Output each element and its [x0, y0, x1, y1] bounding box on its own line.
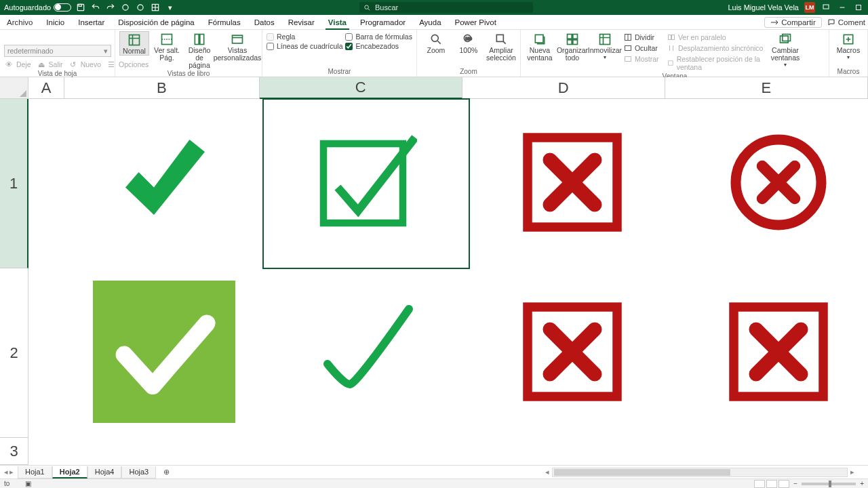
record-macro-icon[interactable]: ▣ — [25, 480, 31, 487]
column-header-C[interactable]: C — [260, 77, 462, 99]
svg-rect-18 — [567, 35, 572, 39]
select-all-corner[interactable] — [0, 77, 28, 99]
cell-E3[interactable] — [675, 438, 868, 465]
tab-fórmulas[interactable]: Fórmulas — [201, 16, 248, 29]
cell-A1[interactable] — [28, 99, 65, 268]
comments-button[interactable]: Coment — [827, 17, 865, 28]
spreadsheet-grid[interactable]: ABCDE 123 — [0, 77, 868, 465]
tab-programador[interactable]: Programador — [353, 16, 412, 29]
sheet-tab-hoja1[interactable]: Hoja1 — [18, 466, 52, 479]
row-header-3[interactable]: 3 — [0, 438, 28, 465]
hscroll-left-icon[interactable]: ◂ — [542, 468, 552, 476]
tab-insertar[interactable]: Insertar — [71, 16, 111, 29]
autosave-toggle[interactable]: Autoguardado — [4, 3, 71, 12]
cell-E2[interactable] — [675, 268, 868, 438]
tab-ayuda[interactable]: Ayuda — [412, 16, 448, 29]
tab-datos[interactable]: Datos — [248, 16, 281, 29]
x-box-fill-icon[interactable] — [521, 131, 623, 236]
x-box-fill-icon[interactable] — [521, 301, 623, 405]
view-page-break-button[interactable] — [778, 480, 789, 488]
freeze-panes-button[interactable]: Inmovilizar▾ — [590, 31, 620, 60]
ruler-checkbox[interactable]: Regla — [267, 33, 342, 41]
add-sheet-button[interactable]: ⊕ — [160, 466, 172, 479]
normal-view-button[interactable]: Normal — [119, 31, 149, 56]
sheet-tab-hoja4[interactable]: Hoja4 — [87, 466, 122, 479]
cell-B2[interactable] — [65, 268, 263, 438]
custom-views-button[interactable]: Vistas personalizadas — [217, 31, 258, 62]
switch-windows-button[interactable]: Cambiar ventanas▾ — [770, 31, 800, 68]
user-name[interactable]: Luis Miguel Vela Vela — [728, 3, 799, 12]
check-square-fill-icon[interactable] — [93, 281, 235, 426]
cell-D3[interactable] — [469, 438, 675, 465]
cell-E1[interactable] — [675, 99, 868, 268]
row-header-2[interactable]: 2 — [0, 268, 28, 438]
minimize-icon[interactable] — [837, 2, 848, 13]
formula-bar-checkbox[interactable]: Barra de fórmulas — [345, 33, 412, 41]
gridlines-checkbox[interactable]: Líneas de cuadrícula — [267, 42, 342, 50]
check-box-outline-icon[interactable] — [315, 131, 417, 236]
column-header-D[interactable]: D — [462, 77, 665, 99]
comment-icon — [827, 18, 835, 26]
zoom-button[interactable]: Zoom — [421, 31, 451, 54]
horizontal-scrollbar[interactable] — [552, 468, 848, 477]
ribbon-display-icon[interactable] — [821, 2, 831, 13]
arrange-all-button[interactable]: Organizar todo — [557, 31, 587, 62]
cell-D1[interactable] — [469, 99, 675, 268]
qat-dropdown-icon[interactable]: ▾ — [165, 2, 176, 13]
cell-A3[interactable] — [28, 438, 65, 465]
hscroll-right-icon[interactable]: ▸ — [848, 468, 857, 476]
sheet-nav-next-icon[interactable]: ▸ — [9, 468, 14, 476]
hide-icon — [624, 44, 632, 52]
check-bold-icon[interactable] — [113, 131, 215, 236]
hide-button[interactable]: Ocultar — [623, 43, 663, 53]
view-normal-button[interactable] — [754, 480, 765, 488]
zoom-out-button[interactable]: − — [793, 480, 797, 487]
cell-B3[interactable] — [65, 438, 263, 465]
save-icon[interactable] — [75, 2, 86, 13]
cell-B1[interactable] — [65, 99, 263, 268]
tab-inicio[interactable]: Inicio — [39, 16, 71, 29]
sheet-tab-hoja3[interactable]: Hoja3 — [121, 466, 156, 479]
x-circle-icon[interactable] — [728, 131, 829, 236]
redo-icon[interactable] — [105, 2, 116, 13]
headings-checkbox[interactable]: Encabezados — [345, 42, 412, 50]
column-header-B[interactable]: B — [64, 77, 259, 99]
check-thin-icon[interactable] — [315, 301, 417, 405]
search-input[interactable]: Buscar — [359, 2, 533, 13]
zoom-in-button[interactable]: + — [860, 480, 864, 487]
sheet-nav-prev-icon[interactable]: ◂ — [4, 468, 8, 476]
cell-C1[interactable] — [263, 99, 469, 268]
sheet-tab-hoja2[interactable]: Hoja2 — [52, 466, 87, 479]
page-break-button[interactable]: Ver salt. Pág. — [152, 31, 182, 62]
cell-C3[interactable] — [263, 438, 469, 465]
page-layout-button[interactable]: Diseño de página — [184, 31, 214, 69]
view-page-layout-button[interactable] — [766, 480, 777, 488]
file-tab[interactable]: Archivo — [0, 16, 39, 29]
user-avatar[interactable]: LM — [804, 2, 815, 13]
macros-button[interactable]: Macros▾ — [833, 31, 863, 60]
qat-circle2-icon[interactable] — [135, 2, 146, 13]
column-header-E[interactable]: E — [665, 77, 868, 99]
tab-vista[interactable]: Vista — [321, 16, 353, 29]
undo-icon[interactable] — [90, 2, 101, 13]
tab-revisar[interactable]: Revisar — [281, 16, 321, 29]
new-window-button[interactable]: Nueva ventana — [525, 31, 555, 62]
cell-D2[interactable] — [469, 268, 675, 438]
column-header-A[interactable]: A — [28, 77, 64, 99]
tab-power-pivot[interactable]: Power Pivot — [448, 16, 503, 29]
qat-circle-icon[interactable] — [120, 2, 131, 13]
cell-C2[interactable] — [263, 268, 469, 438]
share-button[interactable]: Compartir — [764, 17, 821, 28]
tab-disposición-de-página[interactable]: Disposición de página — [111, 16, 201, 29]
split-button[interactable]: Dividir — [623, 33, 663, 42]
x-box-fill-icon[interactable] — [728, 301, 829, 405]
sheet-view-combo[interactable]: redeterminado▾ — [4, 45, 111, 57]
maximize-icon[interactable] — [853, 2, 864, 13]
zoom-100-button[interactable]: 100 100% — [454, 31, 484, 54]
zoom-slider[interactable] — [802, 483, 856, 485]
zoom-selection-button[interactable]: Ampliar selección — [486, 31, 516, 62]
qat-grid-icon[interactable] — [150, 2, 161, 13]
unhide-button: Mostrar — [623, 54, 663, 64]
cell-A2[interactable] — [28, 268, 65, 438]
row-header-1[interactable]: 1 — [0, 99, 28, 268]
